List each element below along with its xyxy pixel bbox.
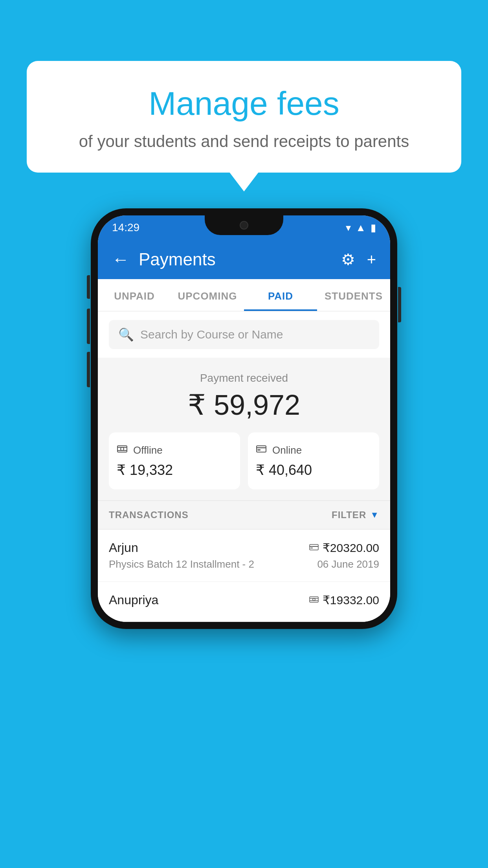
svg-rect-9	[310, 548, 313, 548]
filter-button[interactable]: FILTER ▼	[332, 509, 379, 520]
offline-label: Offline	[133, 444, 163, 456]
app-header: ← Payments ⚙ +	[98, 240, 390, 279]
svg-rect-6	[257, 449, 261, 451]
svg-rect-7	[310, 544, 318, 550]
tab-paid[interactable]: PAID	[244, 279, 317, 311]
transactions-label: TRANSACTIONS	[109, 509, 189, 520]
status-time: 14:29	[112, 221, 139, 234]
payment-summary: Payment received ₹ 59,972	[98, 358, 390, 500]
svg-point-1	[121, 447, 124, 451]
side-button-left-3	[87, 352, 90, 387]
transaction-amount-value-anupriya: ₹19332.00	[323, 593, 379, 607]
filter-label: FILTER	[332, 509, 366, 520]
transaction-name-anupriya: Anupriya	[109, 593, 158, 607]
bubble-title: Manage fees	[58, 85, 430, 123]
svg-rect-10	[310, 597, 318, 602]
header-title: Payments	[139, 250, 332, 269]
signal-icon: ▲	[356, 222, 366, 234]
camera-dot	[240, 221, 248, 230]
transaction-amount-anupriya: ₹19332.00	[309, 593, 379, 607]
transaction-row1: Arjun ₹20320.00	[109, 541, 379, 555]
payment-total-amount: ₹ 59,972	[109, 388, 379, 421]
back-button[interactable]: ←	[112, 250, 129, 269]
offline-payment-card: Offline ₹ 19,332	[109, 432, 240, 489]
svg-rect-4	[257, 446, 266, 452]
transactions-header: TRANSACTIONS FILTER ▼	[98, 500, 390, 530]
transaction-amount-arjun: ₹20320.00	[309, 541, 379, 555]
transaction-amount-value-arjun: ₹20320.00	[323, 541, 379, 555]
offline-amount: ₹ 19,332	[117, 462, 232, 478]
offline-card-header: Offline	[117, 443, 232, 457]
phone-outer: 14:29 ▾ ▲ ▮ ← Payments ⚙ + UNPAID	[91, 208, 397, 629]
online-payment-card: Online ₹ 40,640	[248, 432, 379, 489]
side-button-left-2	[87, 309, 90, 344]
transaction-item-anupriya[interactable]: Anupriya ₹19332.00	[98, 582, 390, 622]
phone-screen: 14:29 ▾ ▲ ▮ ← Payments ⚙ + UNPAID	[98, 215, 390, 622]
online-icon	[256, 443, 267, 457]
speech-bubble-container: Manage fees of your students and send re…	[27, 61, 461, 173]
tab-students[interactable]: STUDENTS	[317, 279, 390, 311]
settings-icon[interactable]: ⚙	[341, 250, 355, 268]
offline-icon	[117, 443, 128, 457]
filter-icon: ▼	[370, 510, 379, 520]
bubble-subtitle: of your students and send receipts to pa…	[58, 132, 430, 151]
transaction-row2-arjun: Physics Batch 12 Installment - 2 06 June…	[109, 558, 379, 570]
transaction-detail-arjun: Physics Batch 12 Installment - 2	[109, 558, 254, 570]
status-icons: ▾ ▲ ▮	[346, 222, 376, 234]
online-label: Online	[272, 444, 302, 456]
side-button-right	[398, 287, 401, 322]
phone-notch	[205, 215, 283, 235]
add-icon[interactable]: +	[367, 251, 376, 268]
search-icon: 🔍	[118, 327, 134, 342]
transaction-row1-anupriya: Anupriya ₹19332.00	[109, 593, 379, 607]
phone-mockup: 14:29 ▾ ▲ ▮ ← Payments ⚙ + UNPAID	[91, 208, 397, 629]
search-placeholder: Search by Course or Name	[140, 328, 283, 341]
side-button-left-1	[87, 275, 90, 299]
battery-icon: ▮	[371, 222, 376, 234]
online-amount: ₹ 40,640	[256, 462, 371, 478]
search-box[interactable]: 🔍 Search by Course or Name	[109, 320, 379, 349]
transaction-name-arjun: Arjun	[109, 541, 138, 555]
transaction-date-arjun: 06 June 2019	[317, 558, 379, 570]
svg-point-11	[313, 598, 315, 601]
header-icons: ⚙ +	[341, 250, 376, 268]
transaction-item-arjun[interactable]: Arjun ₹20320.00	[98, 530, 390, 582]
online-payment-icon	[309, 542, 319, 554]
svg-rect-0	[117, 446, 127, 452]
tab-unpaid[interactable]: UNPAID	[98, 279, 171, 311]
offline-payment-icon	[309, 595, 319, 606]
tabs-container: UNPAID UPCOMING PAID STUDENTS	[98, 279, 390, 311]
payment-received-label: Payment received	[109, 372, 379, 384]
wifi-icon: ▾	[346, 222, 351, 234]
tab-upcoming[interactable]: UPCOMING	[171, 279, 244, 311]
search-container: 🔍 Search by Course or Name	[98, 311, 390, 358]
payment-cards: Offline ₹ 19,332	[109, 432, 379, 489]
online-card-header: Online	[256, 443, 371, 457]
speech-bubble: Manage fees of your students and send re…	[27, 61, 461, 173]
